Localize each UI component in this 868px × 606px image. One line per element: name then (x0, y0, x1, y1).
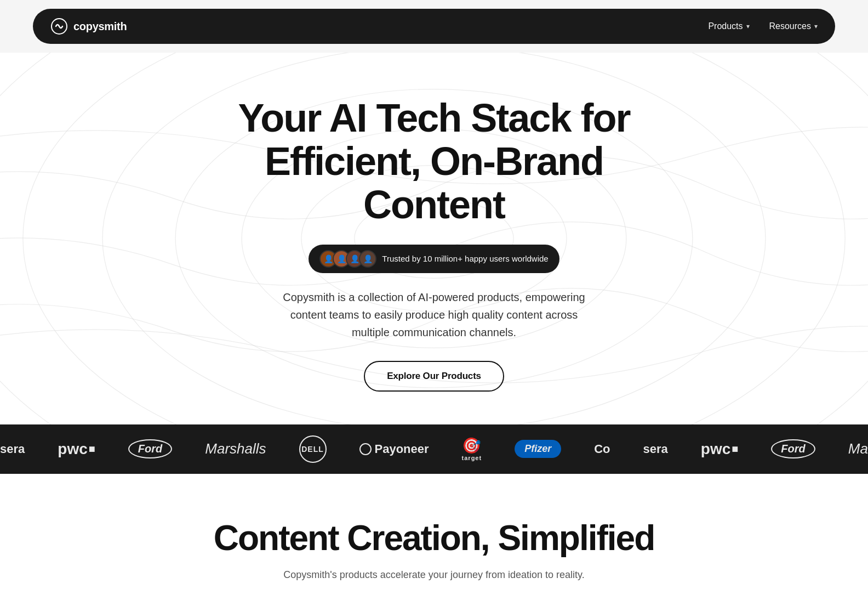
brand-co: Co (594, 442, 610, 456)
hero-description: Copysmith is a collection of AI-powered … (281, 288, 587, 341)
navbar: copysmith Products ▾ Resources ▾ (33, 9, 835, 44)
nav-links: Products ▾ Resources ▾ (708, 21, 818, 31)
brand-marshalls: Marshalls (205, 440, 266, 457)
content-creation-title: Content Creation, Simplified (33, 518, 835, 558)
brand-ford-2: Ford (771, 439, 815, 458)
brands-bar: sera pwc ■ Ford Marshalls DELL Payoneer … (0, 424, 868, 474)
products-label: Products (708, 21, 743, 31)
brand-payoneer: Payoneer (359, 442, 429, 456)
content-creation-subtitle: Copysmith's products accelerate your jou… (33, 569, 835, 581)
nav-resources[interactable]: Resources ▾ (769, 21, 818, 31)
resources-chevron-icon: ▾ (814, 22, 818, 30)
payoneer-icon (359, 443, 372, 455)
brand-dell: DELL (299, 435, 327, 463)
logo-text: copysmith (73, 20, 127, 33)
brand-pwc-2: pwc ■ (701, 440, 739, 458)
brand-pwc: pwc ■ (58, 440, 95, 458)
trust-badge: 👤 👤 👤 👤 Trusted by 10 million+ happy use… (309, 245, 559, 273)
trust-avatars: 👤 👤 👤 👤 (319, 250, 376, 268)
nav-wrapper: copysmith Products ▾ Resources ▾ (0, 0, 868, 53)
hero-content: Your AI Tech Stack for Efficient, On-Bra… (33, 97, 835, 392)
products-chevron-icon: ▾ (746, 22, 750, 30)
explore-products-button[interactable]: Explore Our Products (364, 361, 504, 392)
nav-products[interactable]: Products ▾ (708, 21, 749, 31)
hero-section: .contour-line { fill: none; stroke: #ccc… (0, 53, 868, 424)
brand-sera: sera (0, 442, 25, 456)
brand-sera-2: sera (643, 442, 668, 456)
resources-label: Resources (769, 21, 811, 31)
hero-title-line1: Your AI Tech Stack for (238, 96, 630, 140)
brand-ford: Ford (128, 439, 172, 458)
content-section: Content Creation, Simplified Copysmith's… (0, 474, 868, 603)
trust-badge-text: Trusted by 10 million+ happy users world… (382, 254, 548, 263)
logo-icon (50, 18, 68, 35)
hero-title-line2: Efficient, On-Brand Content (265, 139, 603, 226)
logo[interactable]: copysmith (50, 18, 127, 35)
brands-track: sera pwc ■ Ford Marshalls DELL Payoneer … (0, 435, 868, 463)
trust-avatar-4: 👤 (359, 250, 376, 268)
brand-marshalls-2: Marshalls (848, 440, 868, 457)
brand-pfizer: Pfizer (515, 440, 561, 458)
hero-title: Your AI Tech Stack for Efficient, On-Bra… (215, 97, 653, 227)
brand-target: 🎯 target (462, 437, 482, 461)
